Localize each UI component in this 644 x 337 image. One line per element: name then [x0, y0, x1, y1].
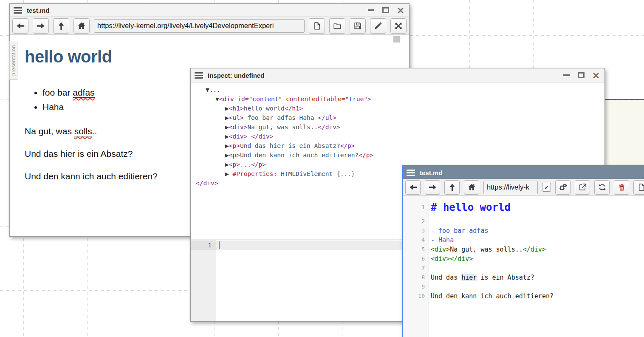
code-token: true [349, 96, 364, 102]
line-number: 1 [191, 241, 216, 250]
home-icon [77, 21, 86, 31]
line-number: 8 [403, 273, 429, 282]
disclosure-triangle-icon[interactable]: ▶ [225, 170, 229, 177]
editor-line[interactable]: 7 [403, 263, 644, 273]
code-token: hier [461, 274, 477, 281]
code-token: Und das [431, 274, 461, 281]
disclosure-triangle-icon[interactable]: ▶ [225, 161, 229, 168]
window-inspector-titlebar: Inspect: undefined × [191, 68, 604, 82]
code-text: - foo bar adfas [429, 226, 488, 235]
text-run: .. [92, 126, 97, 136]
new-file-button[interactable] [633, 180, 644, 195]
maximize-button[interactable] [578, 72, 585, 79]
code-token: HTMLDivElement [281, 170, 333, 177]
url-input[interactable] [94, 19, 305, 33]
text-run: Und das hier is ein Absatz? [25, 149, 133, 159]
edit-button[interactable] [370, 18, 386, 34]
back-button[interactable] [12, 18, 28, 34]
expand-button[interactable] [390, 18, 407, 34]
maximize-button[interactable] [382, 7, 389, 14]
new-file-icon [312, 21, 322, 31]
line-number: 4 [403, 235, 429, 245]
line-number-gutter: 1 [191, 240, 216, 321]
editor-line[interactable]: 4- Haha [403, 235, 644, 245]
enabled-checkbox[interactable]: ✓ [542, 183, 551, 192]
back-button[interactable] [405, 180, 421, 195]
code-token: </div> [251, 133, 273, 140]
disclosure-triangle-icon[interactable]: ▶ [225, 124, 229, 130]
dom-tree-node[interactable]: ▶<div>Na gut, was solls..</div> [191, 122, 604, 132]
window-presentation-titlebar: test.md × [10, 4, 409, 17]
url-input[interactable] [483, 181, 538, 194]
up-button[interactable] [53, 18, 69, 34]
forward-button[interactable] [425, 180, 440, 195]
trash-button[interactable] [614, 180, 629, 195]
menu-icon[interactable] [14, 7, 22, 14]
home-button[interactable] [73, 18, 90, 34]
new-file-icon [637, 183, 644, 192]
home-button[interactable] [464, 180, 479, 195]
code-token: Na gut, was solls.. [247, 124, 318, 130]
external-link-button[interactable] [575, 180, 590, 195]
disclosure-triangle-icon[interactable]: ▶ [225, 105, 229, 112]
open-folder-button[interactable] [329, 18, 345, 34]
dom-tree-node[interactable]: ▶<p>Und den kann ich auch editieren?</p> [191, 150, 604, 160]
editor-line[interactable]: 8Und das hier is ein Absatz? [403, 273, 644, 282]
window-editor: test.md ✓ 1# hello world23- foo bar adfa… [402, 165, 644, 337]
minimize-button[interactable] [563, 72, 570, 79]
menu-icon[interactable] [195, 72, 203, 79]
code-token: <div></div> [431, 255, 473, 263]
code-token [282, 96, 286, 102]
minimize-icon [368, 9, 374, 11]
dom-tree-node[interactable]: ▶<p>Und das hier is ein Absatz?</p> [191, 141, 604, 150]
dom-tree-node[interactable]: ▼... [191, 85, 604, 94]
markdown-source-editor[interactable]: 1# hello world23- foo bar adfas4- Haha5<… [403, 196, 644, 337]
disclosure-triangle-icon[interactable]: ▶ [225, 142, 229, 149]
line-number: 5 [403, 245, 429, 254]
editor-line[interactable]: 3- foo bar adfas [403, 226, 644, 235]
maximize-icon [382, 7, 389, 13]
disclosure-triangle-icon[interactable]: ▼ [215, 96, 219, 102]
editor-line[interactable]: 1# hello world [403, 199, 644, 217]
disclosure-triangle-icon[interactable]: ▶ [225, 152, 229, 159]
code-text [429, 282, 431, 292]
close-icon: × [396, 7, 404, 13]
text-cursor [219, 241, 220, 249]
close-button[interactable]: × [397, 7, 404, 14]
up-button[interactable] [444, 180, 460, 195]
code-token: <p> [229, 142, 240, 149]
new-file-button[interactable] [309, 18, 325, 34]
home-icon [467, 183, 476, 192]
dom-tree-node[interactable]: ▼<div id="content" contenteditable="true… [191, 94, 604, 104]
code-text: Und den kann ich auch editieren? [429, 292, 554, 301]
refresh-button[interactable] [594, 180, 610, 195]
code-token [277, 170, 281, 177]
settings-gears-button[interactable] [555, 180, 571, 195]
editor-line[interactable]: 5<div>Na gut, was solls..</div> [403, 245, 644, 254]
editor-line[interactable]: 2 [403, 217, 644, 226]
save-button[interactable] [350, 18, 366, 34]
disclosure-triangle-icon[interactable]: ▶ [225, 114, 229, 121]
menu-icon[interactable] [407, 170, 415, 176]
maximize-icon [578, 72, 585, 78]
dom-tree-node[interactable]: ▶<div> </div> [191, 132, 604, 141]
minimize-button[interactable] [367, 7, 374, 14]
dom-tree-node[interactable]: ▶<ul> foo bar adfas Haha </ul> [191, 113, 604, 122]
forward-button[interactable] [33, 18, 49, 34]
editor-line[interactable]: 9 [403, 282, 644, 292]
code-token: id=" [237, 96, 252, 102]
editor-line[interactable]: 10Und den kann ich auch editieren? [403, 292, 644, 301]
dom-tree-node[interactable]: ▶<h1>hello world</h1> [191, 104, 604, 113]
text-run: Und den kann ich auch editieren? [25, 171, 158, 181]
close-icon: × [592, 72, 600, 78]
code-token [333, 170, 336, 177]
editor-line[interactable]: 6<div></div> [403, 254, 644, 263]
code-token: </p> [251, 161, 266, 168]
code-token: Und den kann ich auch editieren? [431, 292, 554, 300]
close-button[interactable]: × [593, 72, 599, 79]
disclosure-triangle-icon[interactable]: ▼ [206, 86, 209, 93]
line-number: 10 [403, 292, 429, 301]
minimize-icon [563, 74, 570, 76]
disclosure-triangle-icon[interactable]: ▶ [225, 133, 229, 140]
external-link-icon [578, 183, 587, 192]
